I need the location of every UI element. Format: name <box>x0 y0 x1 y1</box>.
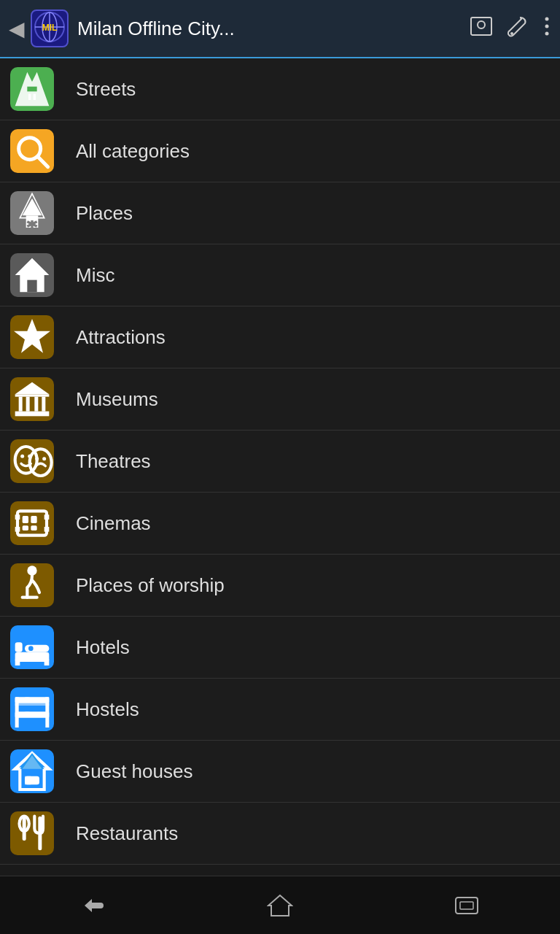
guesthouses-label: Guest houses <box>64 760 192 783</box>
places-label: Places <box>64 202 133 225</box>
svg-rect-12 <box>27 87 36 92</box>
all-categories-icon-wrapper <box>0 120 64 182</box>
worship-icon-wrapper <box>0 555 64 617</box>
svg-text:MIL: MIL <box>42 23 58 33</box>
svg-rect-14 <box>34 94 36 100</box>
svg-marker-69 <box>268 895 292 916</box>
all-categories-icon <box>10 129 54 173</box>
svg-rect-56 <box>15 697 19 727</box>
toolbar-actions <box>470 15 551 43</box>
hostels-icon-wrapper <box>0 679 64 741</box>
svg-marker-31 <box>15 382 50 395</box>
misc-icon <box>10 253 54 297</box>
toolbar: ◀ MIL Milan Offline City... <box>0 0 560 58</box>
svg-rect-71 <box>460 902 473 909</box>
cinemas-icon-wrapper <box>0 493 64 555</box>
list-item[interactable]: Guest houses <box>0 741 560 803</box>
svg-rect-26 <box>15 394 50 396</box>
misc-icon-wrapper <box>0 244 64 306</box>
list-item[interactable]: Hostels <box>0 679 560 741</box>
svg-point-9 <box>545 17 549 20</box>
attractions-icon <box>10 315 54 359</box>
back-button[interactable]: ◀ <box>9 17 25 41</box>
svg-rect-39 <box>15 514 20 520</box>
svg-rect-66 <box>23 817 26 841</box>
svg-rect-60 <box>15 703 50 706</box>
list-item[interactable]: Hotels <box>0 617 560 679</box>
list-item[interactable]: Misc <box>0 244 560 306</box>
theatres-icon-wrapper <box>0 431 64 493</box>
museums-icon <box>10 377 54 421</box>
svg-rect-42 <box>44 527 50 532</box>
svg-rect-55 <box>15 711 50 717</box>
streets-label: Streets <box>64 78 136 101</box>
app-logo: MIL <box>31 9 69 47</box>
places-icon <box>10 191 54 235</box>
attractions-label: Attractions <box>64 326 166 349</box>
svg-rect-40 <box>15 527 20 532</box>
svg-rect-23 <box>27 280 36 293</box>
recents-nav-button[interactable] <box>438 887 496 924</box>
svg-point-10 <box>545 24 549 28</box>
list-item[interactable]: Streets <box>0 58 560 120</box>
map-icon[interactable] <box>470 15 493 43</box>
theatres-icon <box>10 439 54 483</box>
category-list: Streets All categories <box>0 58 560 876</box>
svg-rect-45 <box>23 525 28 530</box>
svg-rect-13 <box>28 94 31 100</box>
svg-point-58 <box>23 697 32 702</box>
misc-label: Misc <box>64 264 114 287</box>
hostels-icon <box>10 687 54 731</box>
list-item[interactable]: Museums <box>0 368 560 431</box>
svg-rect-44 <box>31 516 36 523</box>
svg-point-37 <box>42 457 46 460</box>
list-item[interactable]: Cinemas <box>0 493 560 555</box>
hostels-label: Hostels <box>64 698 139 721</box>
svg-rect-48 <box>15 652 50 662</box>
app-title: Milan Offline City... <box>77 18 470 40</box>
restaurants-icon-wrapper <box>0 803 64 865</box>
museums-label: Museums <box>64 388 158 411</box>
svg-rect-29 <box>34 397 38 412</box>
svg-rect-70 <box>456 898 478 914</box>
svg-rect-41 <box>44 514 50 520</box>
list-item[interactable]: Restaurants <box>0 803 560 865</box>
worship-icon <box>10 563 54 607</box>
svg-rect-43 <box>23 516 28 523</box>
svg-rect-57 <box>45 697 49 727</box>
hotels-label: Hotels <box>64 636 130 659</box>
svg-rect-51 <box>15 660 20 665</box>
places-icon-wrapper <box>0 182 64 244</box>
worship-label: Places of worship <box>64 574 225 597</box>
list-item[interactable]: Attractions <box>0 306 560 368</box>
svg-point-36 <box>35 457 39 460</box>
back-nav-button[interactable] <box>64 887 122 924</box>
cinemas-label: Cinemas <box>64 512 151 535</box>
hotels-icon <box>10 625 54 669</box>
restaurants-label: Restaurants <box>64 822 178 845</box>
list-item[interactable]: All categories <box>0 120 560 182</box>
logo-text: MIL <box>34 11 66 45</box>
attractions-icon-wrapper <box>0 306 64 368</box>
svg-rect-25 <box>15 412 50 417</box>
guesthouses-icon <box>10 749 54 793</box>
more-options-icon[interactable] <box>542 15 551 42</box>
svg-marker-24 <box>14 319 50 353</box>
svg-point-59 <box>23 711 32 717</box>
svg-rect-52 <box>44 660 50 665</box>
svg-rect-27 <box>19 397 23 412</box>
svg-point-53 <box>28 646 34 651</box>
hotels-icon-wrapper <box>0 617 64 679</box>
restaurants-icon <box>10 811 54 855</box>
wrench-icon[interactable] <box>506 15 529 43</box>
home-nav-button[interactable] <box>251 887 309 924</box>
list-item[interactable]: Places of worship <box>0 555 560 617</box>
svg-point-8 <box>510 32 513 35</box>
list-item[interactable]: Theatres <box>0 431 560 493</box>
svg-rect-49 <box>15 642 23 652</box>
list-item[interactable]: Places <box>0 182 560 244</box>
svg-rect-28 <box>26 397 30 412</box>
svg-point-11 <box>545 31 549 35</box>
svg-rect-5 <box>471 18 491 35</box>
svg-point-33 <box>20 455 24 458</box>
